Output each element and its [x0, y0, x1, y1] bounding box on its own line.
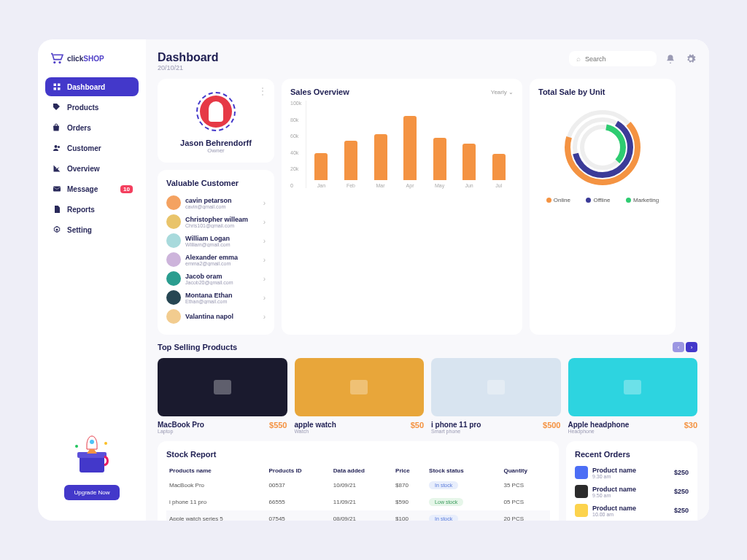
product-price: $50 — [411, 421, 424, 429]
order-name: Product name — [592, 505, 670, 512]
gear-icon[interactable] — [684, 52, 697, 66]
top-products-title: Top Selling Products — [158, 343, 237, 351]
customer-avatar — [166, 233, 181, 248]
order-row[interactable]: Product name9.50 am$250 — [575, 482, 689, 501]
bar-label: Jun — [465, 183, 473, 188]
chevron-right-icon: › — [263, 218, 266, 226]
sidebar-item-label: Setting — [67, 226, 92, 234]
chevron-right-icon: › — [263, 256, 266, 264]
chevron-right-icon: › — [263, 275, 266, 283]
profile-name: Jason Behrendorff — [180, 139, 252, 147]
users-icon — [53, 144, 61, 152]
customer-row[interactable]: William LoganWilliam@gmail.com› — [166, 231, 266, 250]
customer-name: Montana Ethan — [185, 292, 259, 299]
order-row[interactable]: Product name12.00 pm$250 — [575, 520, 689, 521]
customers-card: Valuable Customer cavin petarsoncavin@gm… — [158, 170, 274, 335]
sidebar-item-orders[interactable]: Orders — [45, 118, 139, 137]
table-row[interactable]: Apple watch series 50754508/09/21$100In … — [166, 510, 550, 521]
customer-row[interactable]: Montana EthanEthan@gmail.com› — [166, 288, 266, 307]
order-row[interactable]: Product name10.00 am$250 — [575, 501, 689, 520]
gear-icon — [53, 225, 61, 234]
customer-row[interactable]: Alexander emmaemma2@gmail.com› — [166, 250, 266, 269]
customer-name: William Logan — [185, 235, 259, 242]
sidebar-item-label: Reports — [67, 206, 95, 214]
product-name: MacBook Pro — [158, 421, 204, 429]
bar — [374, 134, 387, 180]
sidebar-item-products[interactable]: Products — [45, 98, 139, 117]
product-name: i phone 11 pro — [431, 421, 481, 429]
order-time: 9.30 am — [592, 474, 670, 479]
customer-name: Jacob oram — [185, 273, 259, 280]
customer-name: Christopher willeam — [185, 216, 259, 223]
orders-title: Recent Orders — [575, 450, 689, 459]
logo[interactable]: clickSHOP — [45, 52, 139, 64]
order-row[interactable]: Product name9.30 am$250 — [575, 463, 689, 482]
more-icon[interactable]: ⋮ — [258, 86, 267, 96]
sidebar-item-reports[interactable]: Reports — [45, 200, 139, 219]
product-image — [431, 358, 561, 416]
svg-point-6 — [55, 145, 58, 148]
column-header: Price — [392, 464, 426, 477]
column-header: Stock status — [426, 464, 500, 477]
product-price: $550 — [269, 421, 287, 429]
chevron-right-icon: › — [263, 237, 266, 245]
bell-icon[interactable] — [664, 52, 677, 66]
sidebar-item-label: Customer — [67, 144, 101, 152]
customer-row[interactable]: Jacob oramJacob20@gmail.com› — [166, 269, 266, 288]
mail-icon — [53, 184, 61, 193]
bar — [462, 144, 476, 180]
product-image — [568, 358, 698, 416]
customer-name: Valantina napol — [185, 313, 259, 320]
upgrade-button[interactable]: Upgrade Now — [64, 485, 120, 500]
customer-row[interactable]: Christopher willeamChris101@gmail.com› — [166, 212, 266, 231]
product-name: Apple headphone — [568, 421, 630, 429]
product-card[interactable]: Apple headphoneHeadphone$30 — [568, 358, 698, 434]
bar-label: Jan — [317, 183, 325, 188]
customer-row[interactable]: Valantina napol› — [166, 307, 266, 326]
column-header: Products ID — [266, 464, 330, 477]
sidebar-item-customer[interactable]: Customer — [45, 139, 139, 158]
product-price: $500 — [543, 421, 560, 429]
donut-card: Total Sale by Unit OnlineOfflineMarketin… — [530, 79, 676, 335]
product-card[interactable]: apple watchWatch$50 — [295, 358, 425, 434]
bar — [314, 153, 328, 180]
stock-report-card: Stock Report Products nameProducts IDDat… — [158, 441, 559, 521]
sidebar-item-label: Orders — [67, 124, 91, 132]
order-price: $250 — [674, 488, 689, 495]
grid-icon — [53, 82, 61, 91]
table-row[interactable]: i phone 11 pro6655511/09/21$590Low stock… — [166, 494, 550, 510]
search-box[interactable]: ⌕ — [569, 51, 657, 66]
product-image — [295, 358, 425, 416]
product-card[interactable]: MacBook ProLaptop$550 — [158, 358, 287, 434]
sidebar-item-message[interactable]: Message10 — [45, 179, 139, 198]
chevron-right-icon: › — [263, 313, 266, 321]
order-price: $250 — [674, 507, 689, 514]
next-button[interactable]: › — [686, 342, 697, 352]
customer-avatar — [166, 252, 181, 267]
sidebar-item-setting[interactable]: Setting — [45, 220, 139, 239]
svg-point-0 — [53, 61, 55, 63]
svg-point-13 — [75, 445, 78, 448]
sidebar-item-dashboard[interactable]: Dashboard — [45, 77, 139, 96]
customer-row[interactable]: cavin petarsoncavin@gmail.com› — [166, 193, 266, 212]
file-icon — [53, 205, 61, 214]
period-select[interactable]: Yearly ⌄ — [491, 89, 514, 96]
chart-icon — [53, 164, 61, 173]
search-input[interactable] — [585, 55, 649, 63]
product-category: Smart phone — [431, 429, 481, 434]
svg-point-1 — [58, 61, 61, 63]
svg-rect-5 — [58, 88, 61, 90]
sidebar-item-overview[interactable]: Overview — [45, 159, 139, 178]
prev-button[interactable]: ‹ — [673, 342, 684, 352]
product-category: Headphone — [568, 429, 630, 434]
svg-rect-3 — [58, 84, 61, 87]
table-row[interactable]: MacBook Pro0053710/09/21$870In stock35 P… — [166, 477, 550, 494]
product-card[interactable]: i phone 11 proSmart phone$500 — [431, 358, 561, 434]
bar — [344, 141, 357, 180]
tag-icon — [53, 103, 61, 112]
donut-chart — [559, 104, 646, 191]
svg-point-12 — [90, 440, 94, 444]
customer-email: William@gmail.com — [185, 242, 259, 247]
svg-rect-4 — [54, 88, 57, 90]
chevron-right-icon: › — [263, 294, 266, 302]
